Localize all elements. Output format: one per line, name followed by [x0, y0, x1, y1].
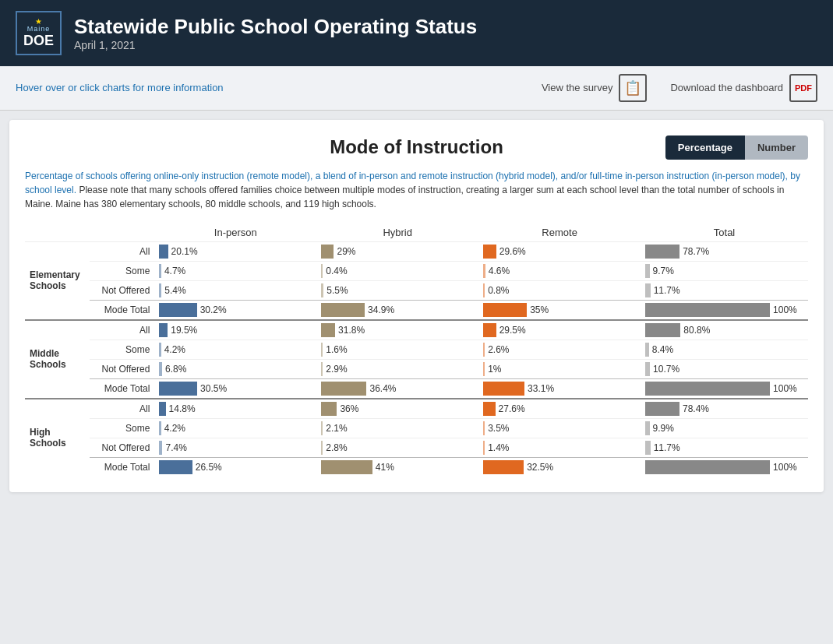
description: Percentage of schools offering online-on…: [25, 169, 808, 211]
table-row: Some4.2%2.1%3.5%9.9%: [25, 418, 808, 438]
chart-header: Mode of Instruction Percentage Number: [25, 135, 808, 160]
page-title: Statewide Public School Operating Status: [74, 15, 477, 39]
bar-hybrid: 5.5%: [316, 280, 478, 300]
pdf-icon: PDF: [789, 74, 817, 102]
page-date: April 1, 2021: [74, 39, 477, 51]
bar-hybrid: 36%: [316, 399, 478, 419]
bar-inperson: 14.8%: [154, 399, 316, 419]
bar-remote: 29.5%: [478, 320, 641, 340]
bar-total: 9.9%: [641, 418, 808, 438]
bar-remote: 0.8%: [478, 280, 641, 300]
table-row: Not Offered6.8%2.9%1%10.7%: [25, 359, 808, 378]
bar-hybrid: 1.6%: [316, 340, 478, 359]
bar-total: 78.7%: [641, 241, 808, 261]
download-label: Download the dashboard: [670, 82, 783, 93]
row-sub-label: Some: [90, 340, 154, 359]
row-sub-label: Some: [90, 261, 154, 280]
main-content: Mode of Instruction Percentage Number Pe…: [9, 120, 824, 492]
page-header: ★ Maine DOE Statewide Public School Oper…: [0, 0, 833, 66]
bar-inperson: 30.5%: [154, 378, 316, 399]
row-group-label: HighSchools: [25, 399, 90, 477]
table-row: Not Offered7.4%2.8%1.4%11.7%: [25, 438, 808, 457]
view-survey-label: View the survey: [542, 82, 613, 93]
bar-remote: 29.6%: [478, 241, 641, 261]
bar-inperson: 4.2%: [154, 418, 316, 438]
logo-doe: DOE: [23, 33, 54, 49]
table-row: HighSchoolsAll14.8%36%27.6%78.4%: [25, 399, 808, 419]
download-dashboard-button[interactable]: Download the dashboard PDF: [670, 74, 817, 102]
bar-remote: 32.5%: [478, 457, 641, 477]
row-sub-label: Not Offered: [90, 280, 154, 300]
bar-hybrid: 41%: [316, 457, 478, 477]
row-sub-label: All: [90, 320, 154, 340]
bar-remote: 1.4%: [478, 438, 641, 457]
row-sub-label: All: [90, 241, 154, 261]
bar-inperson: 6.8%: [154, 359, 316, 378]
bar-total: 9.7%: [641, 261, 808, 280]
col-header-inperson: In-person: [154, 223, 316, 242]
hover-text: Hover over or click charts for more info…: [16, 82, 224, 93]
bar-hybrid: 31.8%: [316, 320, 478, 340]
bar-inperson: 7.4%: [154, 438, 316, 457]
bar-hybrid: 2.1%: [316, 418, 478, 438]
bar-hybrid: 36.4%: [316, 378, 478, 399]
bar-total: 100%: [641, 300, 808, 320]
toggle-percentage-button[interactable]: Percentage: [665, 135, 745, 160]
logo: ★ Maine DOE: [16, 11, 62, 55]
bar-remote: 35%: [478, 300, 641, 320]
row-sub-label: Mode Total: [90, 300, 154, 320]
data-table: In-person Hybrid Remote Total Elementary…: [25, 223, 808, 477]
row-sub-label: All: [90, 399, 154, 419]
table-row: Mode Total30.5%36.4%33.1%100%: [25, 378, 808, 399]
bar-inperson: 30.2%: [154, 300, 316, 320]
col-header-remote: Remote: [478, 223, 641, 242]
bar-inperson: 20.1%: [154, 241, 316, 261]
table-row: Not Offered5.4%5.5%0.8%11.7%: [25, 280, 808, 300]
row-sub-label: Mode Total: [90, 378, 154, 399]
header-title: Statewide Public School Operating Status…: [74, 15, 477, 51]
bar-remote: 33.1%: [478, 378, 641, 399]
bar-hybrid: 34.9%: [316, 300, 478, 320]
bar-total: 11.7%: [641, 280, 808, 300]
bar-inperson: 4.2%: [154, 340, 316, 359]
bar-inperson: 26.5%: [154, 457, 316, 477]
bar-hybrid: 29%: [316, 241, 478, 261]
table-row: Mode Total26.5%41%32.5%100%: [25, 457, 808, 477]
view-survey-button[interactable]: View the survey 📋: [542, 74, 648, 102]
col-header-hybrid: Hybrid: [316, 223, 478, 242]
table-row: Some4.2%1.6%2.6%8.4%: [25, 340, 808, 359]
bar-inperson: 4.7%: [154, 261, 316, 280]
table-row: Mode Total30.2%34.9%35%100%: [25, 300, 808, 320]
bar-total: 11.7%: [641, 438, 808, 457]
row-sub-label: Mode Total: [90, 457, 154, 477]
bar-remote: 2.6%: [478, 340, 641, 359]
bar-hybrid: 2.9%: [316, 359, 478, 378]
table-row: ElementarySchoolsAll20.1%29%29.6%78.7%: [25, 241, 808, 261]
row-group-label: MiddleSchools: [25, 320, 90, 399]
bar-hybrid: 0.4%: [316, 261, 478, 280]
bar-total: 10.7%: [641, 359, 808, 378]
bar-total: 8.4%: [641, 340, 808, 359]
bar-inperson: 5.4%: [154, 280, 316, 300]
toggle-group: Percentage Number: [665, 135, 808, 160]
bar-total: 100%: [641, 457, 808, 477]
survey-icon: 📋: [619, 74, 647, 102]
row-sub-label: Not Offered: [90, 359, 154, 378]
toolbar-right: View the survey 📋 Download the dashboard…: [542, 74, 817, 102]
col-header-total: Total: [641, 223, 808, 242]
row-sub-label: Some: [90, 418, 154, 438]
toggle-number-button[interactable]: Number: [745, 135, 808, 160]
bar-total: 100%: [641, 378, 808, 399]
table-row: Some4.7%0.4%4.6%9.7%: [25, 261, 808, 280]
bar-inperson: 19.5%: [154, 320, 316, 340]
table-row: MiddleSchoolsAll19.5%31.8%29.5%80.8%: [25, 320, 808, 340]
bar-total: 78.4%: [641, 399, 808, 419]
bar-remote: 27.6%: [478, 399, 641, 419]
bar-remote: 3.5%: [478, 418, 641, 438]
toolbar: Hover over or click charts for more info…: [0, 66, 833, 111]
bar-remote: 1%: [478, 359, 641, 378]
bar-remote: 4.6%: [478, 261, 641, 280]
bar-hybrid: 2.8%: [316, 438, 478, 457]
row-sub-label: Not Offered: [90, 438, 154, 457]
chart-title: Mode of Instruction: [286, 136, 547, 158]
